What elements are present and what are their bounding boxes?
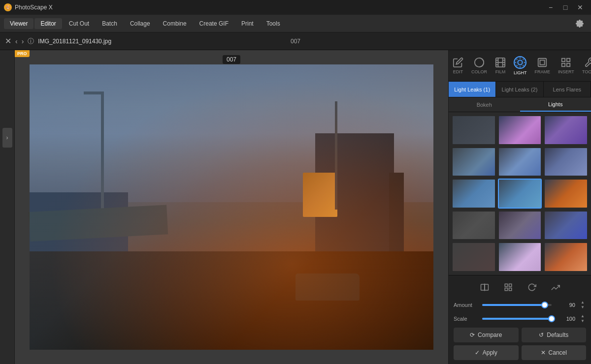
bottom-controls: Amount 90 ▲ ▼ Scale 100 (449, 275, 591, 364)
filter-006-thumb (453, 180, 495, 209)
compare-button[interactable]: ⟳ Compare (454, 328, 519, 342)
menu-editor[interactable]: Editor (34, 18, 62, 29)
scale-stepper[interactable]: ▲ ▼ (579, 314, 586, 324)
tool-frame[interactable]: FRAME (531, 54, 555, 77)
amount-decrement[interactable]: ▼ (579, 305, 586, 310)
svg-rect-18 (538, 59, 547, 67)
filter-009[interactable]: 009 (452, 211, 496, 241)
right-panel: EDIT COLOR FILM LIGHT FRAME (448, 50, 591, 364)
amount-stepper[interactable]: ▲ ▼ (579, 300, 586, 310)
menu-batch[interactable]: Batch (96, 18, 123, 29)
tool-film[interactable]: FILM (491, 54, 510, 77)
filter-006[interactable]: 006 (452, 179, 496, 209)
menu-combine[interactable]: Combine (157, 18, 193, 29)
scale-thumb[interactable] (548, 315, 555, 322)
filter-010[interactable]: 010 (498, 211, 542, 241)
amount-label: Amount (454, 302, 478, 308)
adjust-button[interactable] (548, 279, 563, 295)
close-button[interactable]: ✕ (573, 0, 587, 14)
scale-increment[interactable]: ▲ (579, 314, 586, 319)
menu-tools[interactable]: Tools (261, 18, 286, 29)
tabs-bar: Light Leaks (1) Light Leaks (2) Lens Fla… (449, 82, 591, 97)
tab-light-leaks-2[interactable]: Light Leaks (2) (496, 82, 543, 97)
svg-line-17 (523, 59, 524, 60)
svg-rect-26 (485, 284, 489, 290)
filter-002[interactable]: 002 (544, 115, 588, 145)
filter-007-thumb (499, 180, 541, 209)
filter-007[interactable]: 007 (498, 179, 542, 209)
apply-button[interactable]: ✓ Apply (454, 345, 519, 360)
menu-cutout[interactable]: Cut Out (63, 18, 95, 29)
menu-viewer[interactable]: Viewer (4, 18, 33, 29)
tool-color[interactable]: COLOR (467, 54, 491, 77)
amount-increment[interactable]: ▲ (579, 300, 586, 305)
filter-013[interactable]: 013 (498, 242, 542, 272)
filter-008-thumb (545, 180, 587, 209)
tool-tools[interactable]: TOOLS (578, 54, 591, 77)
svg-rect-25 (481, 284, 485, 290)
subtab-bokeh[interactable]: Bokeh (449, 97, 520, 112)
filter-005-thumb (545, 148, 587, 177)
menu-print[interactable]: Print (235, 18, 260, 29)
billboard (303, 173, 337, 217)
nav-filename: IMG_20181121_091430.jpg (38, 38, 111, 45)
nav-prev-button[interactable]: ‹ (15, 37, 18, 45)
left-panel-toggle[interactable]: › (2, 128, 12, 148)
defaults-icon: ↺ (539, 332, 544, 338)
compare-label: Compare (478, 332, 502, 338)
filter-012-thumb (453, 243, 495, 272)
filter-014-thumb (545, 243, 587, 272)
filter-013-thumb (499, 243, 541, 272)
settings-button[interactable] (572, 16, 587, 31)
scale-fill (482, 318, 552, 320)
action-buttons-row: ⟳ Compare ↺ Defaults (454, 328, 586, 342)
nav-info-button[interactable]: ⓘ (28, 37, 34, 46)
maximize-button[interactable]: □ (558, 0, 572, 14)
defaults-button[interactable]: ↺ Defaults (522, 328, 587, 342)
reset-button[interactable] (524, 279, 540, 295)
scale-track[interactable] (482, 318, 552, 320)
cancel-button[interactable]: ✕ Cancel (522, 345, 587, 360)
tool-edit[interactable]: EDIT (449, 54, 467, 77)
filter-001[interactable]: 001 (498, 115, 542, 145)
amount-track[interactable] (482, 304, 552, 306)
compare-icon: ⟳ (470, 332, 475, 338)
filter-none-thumb (453, 116, 495, 145)
filter-009-thumb (453, 212, 495, 241)
scale-slider-row: Scale 100 ▲ ▼ (454, 314, 586, 324)
scale-decrement[interactable]: ▼ (579, 319, 586, 324)
amount-slider-row: Amount 90 ▲ ▼ (454, 300, 586, 310)
app-title: PhotoScape X (15, 4, 53, 11)
nav-close-button[interactable]: ✕ (5, 36, 11, 46)
minimize-button[interactable]: − (544, 0, 558, 14)
filter-004[interactable]: 004 (498, 147, 542, 177)
titlebar: 🎨 PhotoScape X − □ ✕ (0, 0, 591, 15)
tab-lens-flares[interactable]: Lens Flares (544, 82, 591, 97)
svg-rect-30 (505, 288, 507, 291)
nav-next-button[interactable]: › (22, 37, 24, 45)
subtab-lights[interactable]: Lights (520, 97, 591, 112)
nav-counter: 007 (291, 38, 300, 45)
svg-rect-23 (562, 63, 565, 66)
filter-011[interactable]: 011 (544, 211, 588, 241)
grid-view-button[interactable] (500, 279, 516, 295)
tool-light[interactable]: LIGHT (510, 53, 531, 78)
tool-light-label: LIGHT (514, 70, 527, 75)
tool-insert[interactable]: INSERT (554, 54, 578, 77)
streetlight-right-pole (335, 101, 337, 210)
menu-collage[interactable]: Collage (124, 18, 156, 29)
filter-005[interactable]: 005 (544, 147, 588, 177)
split-view-button[interactable] (477, 279, 492, 295)
menu-creategif[interactable]: Create GIF (194, 18, 234, 29)
app-logo: 🎨 (4, 3, 12, 11)
cancel-x-icon: ✕ (541, 349, 546, 356)
tool-tools-label: TOOLS (582, 69, 591, 74)
canvas-area: PRO 007 (15, 50, 448, 364)
filter-003[interactable]: 003 (452, 147, 496, 177)
tab-light-leaks-1[interactable]: Light Leaks (1) (449, 82, 496, 97)
filter-008[interactable]: 008 (544, 179, 588, 209)
filter-012[interactable]: 012 (452, 242, 496, 272)
filter-014[interactable]: 014 (544, 242, 588, 272)
amount-thumb[interactable] (541, 302, 548, 308)
filter-none[interactable]: None (452, 115, 496, 145)
